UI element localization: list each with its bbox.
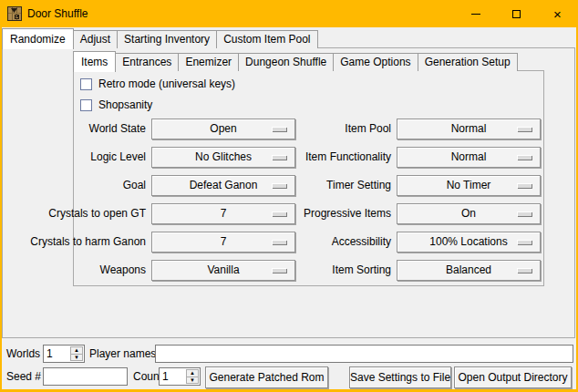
close-button[interactable]: ×	[537, 0, 578, 27]
seed-label: Seed #	[6, 367, 41, 386]
dropdown-indicator-icon	[517, 183, 532, 188]
title-bar[interactable]: Door Shuffle ×	[0, 0, 578, 27]
timer-setting-label: Timer Setting	[253, 175, 391, 196]
tab-enemizer[interactable]: Enemizer	[178, 53, 239, 71]
logic-level-label: Logic Level	[18, 147, 146, 168]
item-functionality-value: Normal	[451, 150, 487, 163]
goal-value: Defeat Ganon	[190, 179, 258, 191]
tab-generation-setup[interactable]: Generation Setup	[418, 53, 518, 71]
timer-setting-dropdown[interactable]: No Timer	[397, 175, 541, 196]
arrow-down-icon: ▼	[190, 377, 195, 383]
progressive-items-value: On	[461, 207, 476, 220]
arrow-up-icon: ▲	[74, 347, 79, 353]
arrow-down-icon: ▼	[74, 355, 79, 360]
worlds-spinner-buttons: ▲ ▼	[70, 346, 84, 362]
progressive-items-row: Progressive Items On	[253, 203, 541, 224]
accessibility-dropdown[interactable]: 100% Locations	[397, 232, 541, 253]
accessibility-label: Accessibility	[253, 232, 391, 253]
dropdown-indicator-icon	[517, 211, 532, 216]
window-content: Randomize Adjust Starting Inventory Cust…	[2, 27, 576, 389]
item-functionality-row: Item Functionality Normal	[253, 147, 541, 168]
retro-mode-checkbox-row[interactable]: Retro mode (universal keys)	[80, 77, 235, 90]
tab-entrances[interactable]: Entrances	[115, 53, 179, 71]
tab-starting-inventory[interactable]: Starting Inventory	[117, 30, 217, 48]
weapons-label: Weapons	[18, 260, 146, 281]
minimize-button[interactable]	[455, 0, 496, 27]
shopsanity-checkbox[interactable]	[80, 99, 92, 111]
goal-label: Goal	[18, 175, 146, 196]
open-output-directory-button[interactable]: Open Output Directory	[454, 366, 572, 388]
inner-tab-bar: Items Entrances Enemizer Dungeon Shuffle…	[73, 52, 517, 71]
shopsanity-checkbox-row[interactable]: Shopsanity	[80, 98, 152, 111]
player-names-label: Player names	[89, 345, 156, 363]
door-shuffle-window: Door Shuffle × Randomize Adjust Starting…	[0, 0, 578, 392]
dropdown-indicator-icon	[517, 127, 532, 131]
item-pool-label: Item Pool	[253, 119, 391, 139]
arrow-up-icon: ▲	[190, 370, 195, 376]
weapons-value: Vanilla	[207, 263, 239, 276]
worlds-label: Worlds	[6, 345, 40, 363]
item-sorting-dropdown[interactable]: Balanced	[397, 260, 541, 281]
worlds-spinner[interactable]: 1 ▲ ▼	[43, 345, 85, 363]
timer-setting-value: No Timer	[447, 179, 491, 191]
tab-game-options[interactable]: Game Options	[333, 53, 418, 71]
window-title: Door Shuffle	[27, 0, 88, 27]
generate-patched-rom-button[interactable]: Generate Patched Rom	[205, 366, 328, 388]
accessibility-row: Accessibility 100% Locations	[253, 232, 541, 253]
outer-tab-bar: Randomize Adjust Starting Inventory Cust…	[2, 27, 317, 48]
close-icon: ×	[553, 7, 562, 21]
tab-dungeon-shuffle[interactable]: Dungeon Shuffle	[238, 53, 334, 71]
tab-randomize[interactable]: Randomize	[2, 28, 74, 49]
crystals-ganon-value: 7	[221, 235, 227, 248]
dropdown-indicator-icon	[517, 240, 532, 244]
player-names-input[interactable]	[155, 345, 573, 363]
world-state-value: Open	[210, 122, 236, 135]
progressive-items-label: Progressive Items	[253, 203, 391, 224]
item-sorting-row: Item Sorting Balanced	[253, 260, 541, 281]
count-spinner-down-button[interactable]: ▼	[186, 377, 199, 385]
item-functionality-dropdown[interactable]: Normal	[397, 147, 541, 168]
item-sorting-value: Balanced	[446, 263, 491, 276]
shopsanity-label: Shopsanity	[98, 98, 152, 111]
crystals-gt-value: 7	[221, 207, 227, 220]
logic-level-value: No Glitches	[195, 150, 252, 163]
item-pool-row: Item Pool Normal	[253, 119, 541, 139]
form-column-right: Item Pool Normal Item Functionality Norm…	[253, 119, 541, 288]
item-pool-dropdown[interactable]: Normal	[397, 119, 541, 139]
item-sorting-label: Item Sorting	[253, 260, 391, 281]
retro-mode-label: Retro mode (universal keys)	[98, 77, 235, 90]
timer-setting-row: Timer Setting No Timer	[253, 175, 541, 196]
seed-input[interactable]	[43, 367, 128, 386]
item-pool-value: Normal	[451, 122, 487, 135]
retro-mode-checkbox[interactable]	[80, 78, 92, 90]
count-spinner[interactable]: 1 ▲ ▼	[159, 367, 201, 386]
app-door-crate-icon	[7, 6, 22, 21]
tab-adjust[interactable]: Adjust	[73, 30, 118, 48]
maximize-button[interactable]	[496, 0, 537, 27]
crystals-gt-label: Crystals to open GT	[18, 203, 146, 224]
crystals-ganon-label: Crystals to harm Ganon	[18, 232, 146, 253]
item-functionality-label: Item Functionality	[253, 147, 391, 168]
worlds-spinner-down-button[interactable]: ▼	[70, 354, 83, 362]
dropdown-indicator-icon	[517, 155, 532, 160]
worlds-value: 1	[44, 346, 70, 362]
tab-items[interactable]: Items	[73, 51, 116, 72]
minimize-icon	[471, 14, 480, 15]
tab-custom-item-pool[interactable]: Custom Item Pool	[216, 30, 317, 48]
window-controls: ×	[455, 0, 578, 27]
save-settings-button[interactable]: Save Settings to File	[349, 366, 451, 388]
count-value: 1	[160, 368, 186, 385]
count-spinner-buttons: ▲ ▼	[186, 368, 200, 385]
maximize-icon	[512, 10, 521, 18]
progressive-items-dropdown[interactable]: On	[397, 203, 541, 224]
dropdown-indicator-icon	[517, 268, 532, 273]
world-state-label: World State	[18, 119, 146, 139]
accessibility-value: 100% Locations	[429, 235, 507, 248]
